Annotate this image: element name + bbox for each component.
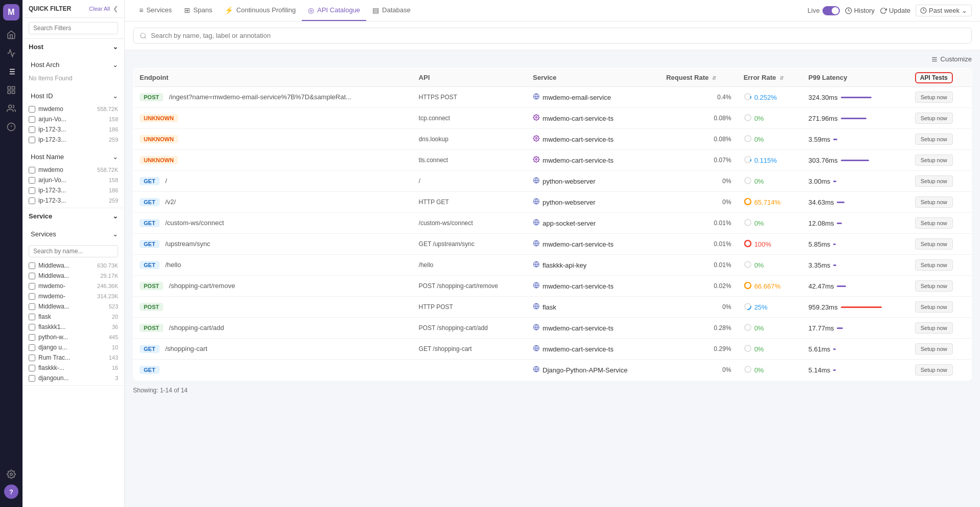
setup-now-button[interactable]: Setup now — [915, 155, 953, 166]
service-cb-2[interactable] — [29, 283, 35, 290]
service-cb-0[interactable] — [29, 262, 35, 269]
main-search-input[interactable] — [151, 32, 965, 39]
list-item[interactable]: Rum Trac...143 — [23, 352, 124, 363]
svg-point-26 — [536, 117, 537, 118]
setup-now-button[interactable]: Setup now — [915, 301, 953, 313]
nav-alert-icon[interactable] — [3, 119, 19, 135]
cell-service: mwdemo-cart-service-ts — [527, 150, 660, 171]
list-item[interactable]: ip-172-3... 186 — [23, 185, 124, 195]
tab-api_catalogue[interactable]: ◎API Catalogue — [302, 0, 366, 21]
service-name: flaskkk-api-key — [543, 261, 587, 269]
list-item[interactable]: mwdemo 558.72K — [23, 104, 124, 114]
list-item[interactable]: Middlewa...29.17K — [23, 271, 124, 281]
left-nav: M ? — [0, 0, 23, 507]
service-cb-5[interactable] — [29, 314, 35, 320]
setup-now-button[interactable]: Setup now — [915, 322, 953, 334]
tab-continuous_profiling[interactable]: ⚡Continuous Profiling — [218, 0, 302, 21]
list-item[interactable]: flaskkk1...36 — [23, 322, 124, 332]
service-cb-8[interactable] — [29, 344, 35, 351]
collapse-panel-button[interactable]: ❮ — [113, 5, 118, 12]
period-selector[interactable]: Past week ⌄ — [916, 5, 972, 16]
nav-home-icon[interactable] — [3, 27, 19, 43]
setup-now-button[interactable]: Setup now — [915, 175, 953, 187]
filter-host-id-header[interactable]: Host ID ⌄ — [23, 88, 124, 104]
tab-database[interactable]: ▤Database — [366, 0, 417, 21]
filter-service-header[interactable]: Service ⌄ — [23, 208, 124, 224]
tab-spans[interactable]: ⊞Spans — [178, 0, 218, 21]
filter-host-header[interactable]: Host ⌄ — [23, 39, 124, 55]
host-id-ip2-checkbox[interactable] — [29, 137, 35, 143]
setup-now-button[interactable]: Setup now — [915, 134, 953, 145]
service-cb-7[interactable] — [29, 334, 35, 341]
app-logo[interactable]: M — [3, 4, 19, 20]
list-item[interactable]: django u...10 — [23, 342, 124, 352]
svg-point-28 — [536, 138, 537, 139]
host-id-arjun-checkbox[interactable] — [29, 116, 35, 123]
host-id-ip1-checkbox[interactable] — [29, 126, 35, 133]
service-cb-4[interactable] — [29, 303, 35, 310]
search-icon — [140, 32, 147, 39]
service-cb-10[interactable] — [29, 365, 35, 371]
latency-bar — [833, 264, 836, 266]
update-button[interactable]: Update — [880, 7, 910, 14]
service-cb-1[interactable] — [29, 273, 35, 279]
clear-all-button[interactable]: Clear All — [89, 6, 110, 12]
list-item[interactable]: Middlewa...523 — [23, 301, 124, 312]
service-icon — [533, 114, 540, 122]
host-name-mwdemo-checkbox[interactable] — [29, 167, 35, 173]
list-item[interactable]: flask20 — [23, 312, 124, 322]
nav-activity-icon[interactable] — [3, 45, 19, 61]
setup-now-button[interactable]: Setup now — [915, 196, 953, 208]
nav-list-icon[interactable] — [3, 63, 19, 80]
error-rate-value: 0.115% — [754, 157, 777, 164]
list-item[interactable]: mwdemo-246.36K — [23, 281, 124, 291]
list-item[interactable]: mwdemo-314.23K — [23, 291, 124, 301]
setup-now-button[interactable]: Setup now — [915, 217, 953, 229]
nav-grid-icon[interactable] — [3, 82, 19, 98]
tab-services[interactable]: ≡Services — [133, 0, 178, 21]
filter-search-input[interactable] — [29, 22, 118, 34]
nav-settings-icon[interactable] — [3, 466, 19, 482]
col-error-rate[interactable]: Error Rate ⇵ — [738, 69, 803, 87]
filter-host-arch-header[interactable]: Host Arch ⌄ — [23, 57, 124, 73]
list-item[interactable]: arjun-Vo... 158 — [23, 114, 124, 124]
list-item[interactable]: ip-172-3... 259 — [23, 135, 124, 145]
host-id-mwdemo-checkbox[interactable] — [29, 106, 35, 113]
service-cb-3[interactable] — [29, 293, 35, 300]
host-name-ip2-checkbox[interactable] — [29, 197, 35, 204]
cell-endpoint: GET /v2/ — [133, 192, 413, 213]
nav-help-icon[interactable]: ? — [4, 484, 18, 499]
live-toggle[interactable] — [822, 6, 840, 15]
setup-now-button[interactable]: Setup now — [915, 113, 953, 124]
list-item[interactable]: djangoun...3 — [23, 373, 124, 383]
filter-host-id-section: Host ID ⌄ mwdemo 558.72K arjun-Vo... 158… — [23, 86, 124, 147]
filter-services-sub-header[interactable]: Services ⌄ — [23, 226, 124, 242]
col-request-rate[interactable]: Request Rate ⇵ — [660, 69, 737, 87]
service-cb-9[interactable] — [29, 355, 35, 361]
host-name-arjun-checkbox[interactable] — [29, 177, 35, 184]
table-row: POST /shopping-cart/add POST /shopping-c… — [133, 318, 972, 339]
list-item[interactable]: flaskkk-...16 — [23, 363, 124, 373]
svg-point-10 — [9, 105, 12, 108]
setup-now-button[interactable]: Setup now — [915, 92, 953, 103]
latency-bar — [837, 285, 846, 287]
list-item[interactable]: ip-172-3... 259 — [23, 195, 124, 206]
setup-now-button[interactable]: Setup now — [915, 238, 953, 250]
setup-now-button[interactable]: Setup now — [915, 280, 953, 292]
setup-now-button[interactable]: Setup now — [915, 259, 953, 271]
list-item[interactable]: mwdemo 558.72K — [23, 165, 124, 175]
filter-host-name-header[interactable]: Host Name ⌄ — [23, 149, 124, 165]
service-cb-11[interactable] — [29, 375, 35, 382]
host-name-ip1-checkbox[interactable] — [29, 187, 35, 194]
list-item[interactable]: ip-172-3... 186 — [23, 124, 124, 135]
customize-button[interactable]: Customize — [931, 55, 972, 63]
history-button[interactable]: History — [845, 7, 875, 14]
nav-users-icon[interactable] — [3, 100, 19, 117]
list-item[interactable]: python-w...445 — [23, 332, 124, 342]
setup-now-button[interactable]: Setup now — [915, 343, 953, 355]
setup-now-button[interactable]: Setup now — [915, 364, 953, 376]
service-cb-6[interactable] — [29, 324, 35, 330]
list-item[interactable]: arjun-Vo... 158 — [23, 175, 124, 185]
list-item[interactable]: Middlewa...630.73K — [23, 260, 124, 271]
services-search-input[interactable] — [29, 245, 118, 257]
